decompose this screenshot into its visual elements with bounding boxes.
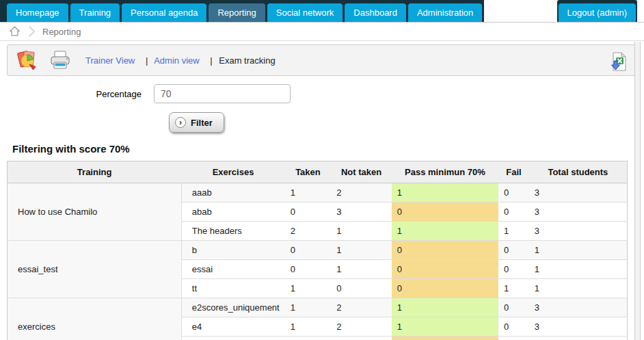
content: Trainer View | Admin view | Exam trackin… [0,41,644,340]
not-taken-cell: 0 [331,279,392,298]
pass-cell: 0 [392,337,498,340]
taken-cell: 0 [285,241,331,260]
fail-cell: 0 [498,298,529,317]
tab-training[interactable]: Training [70,3,120,22]
not-taken-cell: 1 [331,241,392,260]
filter-form: Percentage › Filter [7,84,637,133]
training-cell: essai_test [8,241,182,298]
link-separator: | [146,55,148,66]
taken-cell: 0 [285,260,331,279]
pass-cell: 1 [392,317,498,337]
exercise-cell: IQ test [181,337,284,340]
home-icon[interactable] [8,25,21,38]
tab-dashboard[interactable]: Dashboard [345,3,406,22]
taken-cell: 0 [285,202,331,222]
excel-export-icon[interactable] [608,51,628,74]
tab-personal-agenda[interactable]: Personal agenda [122,3,206,22]
total-cell: 3 [529,202,628,222]
fail-cell: 0 [498,260,529,279]
taken-cell: 1 [285,183,331,202]
table-header-row: Training Exercises Taken Not taken Pass … [8,161,628,183]
fail-cell: 0 [498,317,529,337]
exam-tracking-table: Training Exercises Taken Not taken Pass … [7,161,628,340]
link-separator: | [210,55,212,66]
trainer-view-link[interactable]: Trainer View [85,55,135,66]
not-taken-cell: 1 [331,222,392,241]
total-cell: 3 [529,222,628,241]
taken-cell: 2 [285,222,331,241]
pass-cell: 0 [392,241,498,260]
fail-cell: 1 [498,222,529,241]
pass-cell: 0 [392,260,498,279]
pass-cell: 1 [392,298,498,317]
not-taken-cell: 2 [331,337,392,340]
exercise-cell: tt [181,279,284,298]
tab-reporting[interactable]: Reporting [209,3,265,22]
main-tabs: Homepage Training Personal agenda Report… [0,0,484,22]
total-cell: 3 [529,317,628,337]
tab-homepage[interactable]: Homepage [7,3,68,22]
taken-cell: 1 [285,337,331,340]
total-cell: 3 [529,337,628,340]
not-taken-cell: 2 [331,183,392,202]
toolbar: Trainer View | Admin view | Exam trackin… [7,44,637,76]
col-exercises: Exercises [181,161,284,183]
taken-cell: 1 [285,279,331,298]
breadcrumb-chevron-icon [28,25,36,38]
exercise-cell: e4 [181,317,284,337]
col-fail: Fail [498,161,529,183]
scrollbar-track[interactable] [634,42,641,340]
filter-button[interactable]: › Filter [169,112,224,133]
exercise-cell: e2scores_uniquement [181,298,284,317]
fail-cell: 0 [498,202,529,222]
table-row: exercices e2scores_uniquement 1 2 1 0 3 [8,298,628,317]
col-pass-minimum: Pass minimun 70% [392,161,498,183]
admin-view-link[interactable]: Admin view [154,55,199,66]
logout-button[interactable]: Logout (admin) [559,3,636,22]
col-taken: Taken [285,161,331,183]
pass-cell: 0 [392,279,498,298]
total-cell: 3 [529,183,628,202]
exercise-cell: essai [181,260,284,279]
not-taken-cell: 2 [331,298,392,317]
col-total-students: Total students [529,161,628,183]
printer-icon[interactable] [49,49,72,72]
fail-cell: 1 [498,279,529,298]
fail-cell: 0 [498,241,529,260]
top-navigation: Homepage Training Personal agenda Report… [0,0,644,22]
total-cell: 1 [529,279,628,298]
tab-administration[interactable]: Administration [408,3,482,22]
not-taken-cell: 2 [331,317,392,337]
section-heading: Filtering with score 70% [12,143,636,155]
fail-cell: 1 [498,337,529,340]
total-cell: 3 [529,298,628,317]
percentage-input[interactable] [154,84,291,103]
col-not-taken: Not taken [331,161,392,183]
total-cell: 1 [529,260,628,279]
total-cell: 1 [529,241,628,260]
percentage-label: Percentage [7,89,154,99]
breadcrumb-current: Reporting [42,27,81,37]
reporting-icon[interactable] [16,49,39,72]
taken-cell: 1 [285,317,331,337]
training-cell: How to use Chamilo [8,183,182,241]
arrow-circle-icon: › [175,117,186,128]
toolbar-links: Trainer View | Admin view | Exam trackin… [85,55,276,66]
not-taken-cell: 1 [331,260,392,279]
breadcrumb: Reporting [0,22,644,41]
exercise-cell: abab [181,202,284,222]
logout-wrap: Logout (admin) [557,0,637,22]
tab-social-network[interactable]: Social network [267,3,343,22]
pass-cell: 0 [392,202,498,222]
table-row: How to use Chamilo aaab 1 2 1 0 3 [8,183,628,202]
col-training: Training [8,161,182,183]
filter-button-label: Filter [191,118,213,128]
exercise-cell: aaab [181,183,284,202]
page: Homepage Training Personal agenda Report… [0,0,644,340]
table-row: essai_test b 0 1 0 0 1 [8,241,628,260]
taken-cell: 1 [285,298,331,317]
pass-cell: 1 [392,222,498,241]
not-taken-cell: 3 [331,202,392,222]
exam-tracking-label: Exam tracking [219,55,275,66]
exercise-cell: The headers [181,222,284,241]
